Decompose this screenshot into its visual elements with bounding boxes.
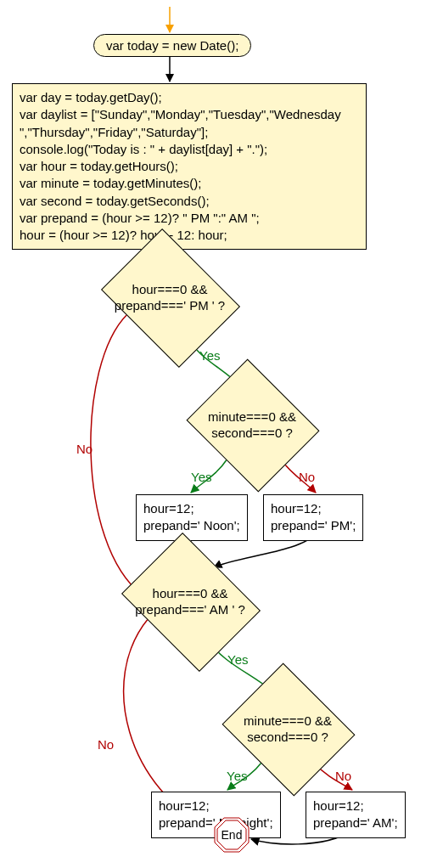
flowchart-canvas: var today = new Date(); var day = today.… bbox=[0, 0, 443, 868]
code-block: var day = today.getDay(); var daylist = … bbox=[12, 83, 367, 250]
decision-noon: minute===0 && second===0 ? bbox=[202, 382, 302, 467]
decision-hour-am: hour===0 && prepand===' AM ' ? bbox=[136, 559, 244, 644]
decision-hour-pm: hour===0 && prepand===' PM ' ? bbox=[115, 255, 224, 340]
edge-label-yes: Yes bbox=[227, 652, 248, 667]
decision-midnight: minute===0 && second===0 ? bbox=[238, 686, 338, 771]
edge-label-no: No bbox=[76, 442, 93, 456]
process-noon: hour=12; prepand=' Noon'; bbox=[136, 494, 248, 541]
start-node: var today = new Date(); bbox=[93, 34, 251, 57]
decision-hour-am-label: hour===0 && prepand===' AM ' ? bbox=[136, 559, 244, 644]
edge-label-yes: Yes bbox=[227, 769, 247, 783]
process-am: hour=12; prepand=' AM'; bbox=[306, 792, 406, 838]
decision-noon-label: minute===0 && second===0 ? bbox=[202, 382, 302, 467]
edge-label-no: No bbox=[335, 769, 351, 783]
decision-hour-pm-label: hour===0 && prepand===' PM ' ? bbox=[115, 255, 224, 340]
edge-label-yes: Yes bbox=[199, 348, 220, 363]
edge-label-no: No bbox=[98, 737, 114, 752]
edge-label-yes: Yes bbox=[191, 470, 211, 484]
end-label: End bbox=[214, 817, 250, 853]
edge-label-no: No bbox=[299, 470, 315, 484]
end-node: End bbox=[214, 817, 250, 853]
decision-midnight-label: minute===0 && second===0 ? bbox=[238, 686, 338, 771]
process-pm: hour=12; prepand=' PM'; bbox=[263, 494, 363, 541]
